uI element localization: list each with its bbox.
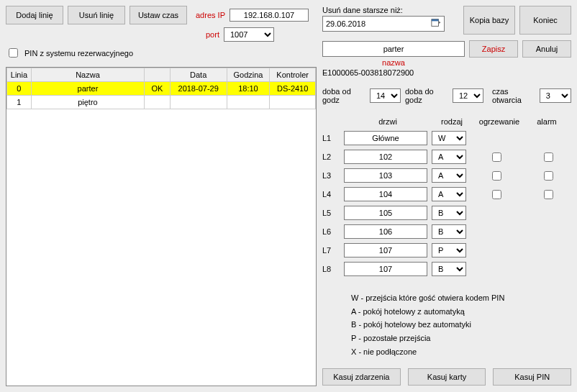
legend-line: X - nie podłączone	[351, 345, 571, 359]
door-row: L6B	[322, 224, 571, 240]
col-ktrl: Kontroler	[270, 68, 316, 82]
name-field-label: nazwa	[322, 58, 465, 67]
door-row: L8B	[322, 261, 571, 277]
door-name-input[interactable]	[344, 243, 427, 257]
ip-label: adres IP	[196, 11, 225, 19]
pin-system-checkbox[interactable]	[9, 48, 18, 58]
door-label: L4	[322, 190, 344, 199]
door-alarm-checkbox[interactable]	[544, 190, 553, 199]
col-ok	[145, 68, 171, 82]
door-label: L3	[322, 171, 344, 180]
legend-line: B - pokój hotelowy bez automatyki	[351, 318, 571, 332]
door-row: L1W	[322, 130, 571, 146]
calendar-icon	[431, 18, 441, 29]
door-row: L2A	[322, 149, 571, 165]
col-linia: Linia	[7, 68, 32, 82]
door-row: L7P	[322, 242, 571, 258]
hour-to-select[interactable]: 12	[453, 88, 483, 103]
door-row: L5B	[322, 205, 571, 221]
legend-line: W - przejścia które gość otwiera kodem P…	[351, 291, 571, 305]
door-label: L8	[322, 265, 344, 273]
hour-from-select[interactable]: 14	[370, 88, 401, 103]
ip-input[interactable]	[230, 9, 309, 22]
door-name-input[interactable]	[344, 262, 427, 276]
pin-system-label: PIN z systemu rezerwacyjnego	[24, 49, 133, 58]
col-nazwa: Nazwa	[31, 68, 144, 82]
door-row: L4A	[322, 186, 571, 202]
door-name-input[interactable]	[344, 187, 427, 201]
doors-header-alarm: alarm	[527, 117, 567, 126]
close-button[interactable]: Koniec	[519, 6, 571, 35]
door-heating-checkbox[interactable]	[492, 190, 501, 199]
set-time-button[interactable]: Ustaw czas	[130, 6, 187, 24]
table-row[interactable]: 0parterOK2018-07-2918:10DS-2410	[7, 82, 316, 96]
door-label: L5	[322, 209, 344, 217]
delete-date-value: 29.06.2018	[326, 19, 365, 28]
door-type-select[interactable]: A	[432, 187, 466, 201]
door-label: L1	[322, 134, 344, 142]
clear-cards-button[interactable]: Kasuj karty	[408, 368, 486, 386]
door-type-select[interactable]: A	[432, 168, 466, 183]
delete-older-label: Usuń dane starsze niż:	[322, 6, 459, 14]
door-heating-checkbox[interactable]	[492, 152, 501, 162]
lines-table[interactable]: Linia Nazwa Data Godzina Kontroler 0part…	[6, 67, 317, 386]
delete-date-picker[interactable]: 29.06.2018	[322, 16, 445, 32]
hour-to-label: doba do godz	[405, 87, 448, 104]
doors-header-rodzaj: rodzaj	[432, 117, 472, 126]
save-button[interactable]: Zapisz	[469, 40, 518, 58]
legend-line: A - pokój hotelowy z automatyką	[351, 305, 571, 319]
door-alarm-checkbox[interactable]	[544, 171, 553, 181]
door-row: L3A	[322, 168, 571, 183]
doors-header-drzwi: drzwi	[344, 117, 432, 126]
hour-from-label: doba od godz	[322, 87, 365, 104]
door-name-input[interactable]	[344, 224, 427, 239]
door-label: L6	[322, 227, 344, 236]
clear-pin-button[interactable]: Kasuj PIN	[493, 368, 571, 386]
door-name-input[interactable]	[344, 150, 427, 164]
door-name-input[interactable]	[344, 168, 427, 183]
port-select[interactable]: 1007	[224, 27, 274, 42]
col-data: Data	[170, 68, 227, 82]
legend: W - przejścia które gość otwiera kodem P…	[351, 291, 571, 358]
door-label: L2	[322, 152, 344, 161]
open-time-select[interactable]: 3	[540, 88, 571, 103]
svg-rect-1	[432, 19, 439, 22]
door-type-select[interactable]: B	[432, 262, 466, 276]
add-line-button[interactable]: Dodaj linię	[6, 6, 63, 24]
door-name-input[interactable]	[344, 131, 427, 145]
port-label: port	[206, 30, 219, 39]
doors-header-ogrz: ogrzewanie	[472, 117, 527, 126]
controller-id: E1000065-003818072900	[322, 68, 571, 77]
cancel-button[interactable]: Anuluj	[522, 40, 571, 58]
door-type-select[interactable]: B	[432, 206, 466, 220]
door-heating-checkbox[interactable]	[492, 171, 501, 181]
col-godz: Godzina	[227, 68, 270, 82]
table-row[interactable]: 1piętro	[7, 96, 316, 109]
clear-events-button[interactable]: Kasuj zdarzenia	[322, 368, 401, 386]
open-time-label: czas otwarcia	[492, 87, 535, 104]
copy-db-button[interactable]: Kopia bazy	[463, 6, 515, 35]
door-alarm-checkbox[interactable]	[544, 152, 553, 162]
legend-line: P - pozostałe przejścia	[351, 332, 571, 345]
door-label: L7	[322, 246, 344, 255]
door-type-select[interactable]: A	[432, 150, 466, 164]
door-name-input[interactable]	[344, 206, 427, 220]
door-type-select[interactable]: W	[432, 131, 466, 145]
door-type-select[interactable]: P	[432, 243, 466, 257]
door-type-select[interactable]: B	[432, 224, 466, 239]
remove-line-button[interactable]: Usuń linię	[68, 6, 125, 24]
name-input[interactable]	[322, 41, 465, 57]
